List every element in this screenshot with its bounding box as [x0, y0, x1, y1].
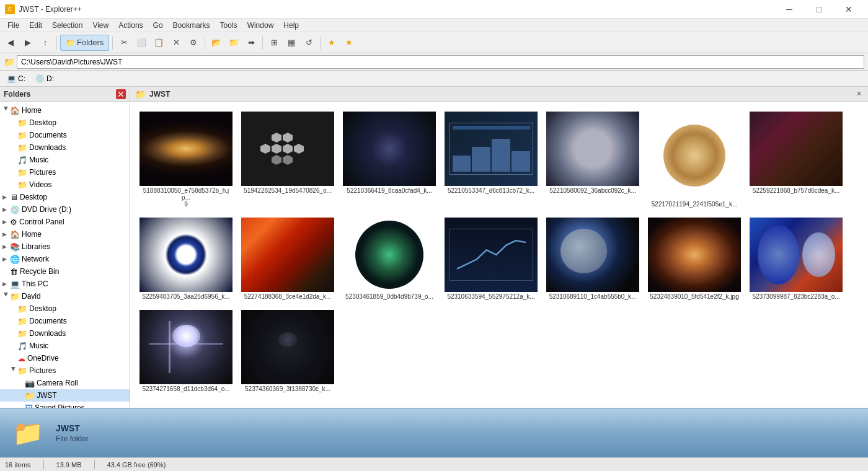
tree-item-home2[interactable]: ▶ 🏠 Home — [0, 228, 130, 240]
thumb-item-6[interactable]: 52217021194_2241f505e1_k... — [645, 108, 744, 211]
thumb-item-16[interactable]: 52374360369_3f1388730c_k... — [238, 306, 337, 396]
maximize-button[interactable]: □ — [805, 0, 833, 19]
thumb-item-13[interactable]: 52324839010_5fd541e2f2_k.jpg — [645, 214, 744, 304]
thumb-item-4[interactable]: 52210553347_d6c813cb72_k... — [441, 108, 541, 211]
bottom-divider-1 — [43, 460, 44, 469]
tree-item-dvd[interactable]: ▶ 💿 DVD Drive (D:) — [0, 203, 130, 216]
status-bar: 📁 JWST File folder — [0, 408, 868, 457]
status-folder-name: JWST — [56, 423, 89, 433]
menu-window[interactable]: Window — [242, 20, 279, 31]
tree-icon-dvd: 💿 — [10, 205, 20, 214]
tree-item-recycle[interactable]: 🗑 Recycle Bin — [0, 265, 130, 278]
forward-button[interactable]: ▶ — [20, 35, 36, 51]
address-input[interactable] — [17, 55, 864, 69]
cut-button[interactable]: ✂ — [116, 35, 132, 51]
tree-item-controlpanel[interactable]: ▶ ⚙ Control Panel — [0, 216, 130, 228]
thumb-item-11[interactable]: 52310633594_552975212a_k... — [441, 214, 541, 304]
tree-arrow-thispc: ▶ — [2, 281, 10, 287]
tree-item-downloads1[interactable]: 📁 Downloads — [0, 141, 130, 154]
view-thumbs-button[interactable]: ▦ — [283, 35, 299, 51]
refresh-button[interactable]: ↺ — [301, 35, 317, 51]
thumb-label-3: 52210366419_8caa0cfad4_k... — [343, 187, 436, 194]
drive-d[interactable]: 💿 D: — [32, 73, 57, 85]
thumb-item-9[interactable]: 52274188368_3ce4e1d2da_k... — [238, 214, 337, 304]
thumb-item-7[interactable]: 52259221868_b757d6cdea_k... — [746, 108, 846, 211]
tree-item-network[interactable]: ▶ 🌐 Network — [0, 253, 130, 265]
menu-tools[interactable]: Tools — [215, 20, 242, 31]
tree-item-libraries[interactable]: ▶ 📚 Libraries — [0, 240, 130, 253]
favorite2-button[interactable]: ★ — [341, 35, 357, 51]
view-grid-button[interactable]: ⊞ — [266, 35, 282, 51]
thumb-item-10[interactable]: 52303461859_0db4d9b739_o... — [340, 214, 439, 304]
tree-label-onedrive: OneDrive — [27, 354, 59, 363]
file-panel-close-button[interactable]: ✕ — [854, 90, 863, 99]
tree-item-desktop2[interactable]: ▶ 🖥 Desktop — [0, 191, 130, 203]
tree-item-music2[interactable]: 🎵 Music — [0, 340, 130, 352]
drive-c[interactable]: 💻 C: — [4, 73, 29, 85]
status-folder-icon: 📁 — [12, 418, 43, 447]
thumb-image-16 — [241, 310, 334, 384]
tree-item-thispc[interactable]: ▶ 💻 This PC — [0, 278, 130, 290]
thumb-item-1[interactable]: 51888310050_e758d5372b_h.jp...9 — [136, 108, 236, 211]
delete-button[interactable]: ✕ — [168, 35, 184, 51]
favorite1-button[interactable]: ★ — [324, 35, 340, 51]
thumb-item-12[interactable]: 52310689110_1c4ab555b0_k... — [543, 214, 642, 304]
folders-close-button[interactable]: ✕ — [116, 89, 126, 99]
thumb-item-15[interactable]: 52374271658_d11dcb3d64_o... — [136, 306, 236, 396]
paste-button[interactable]: 📋 — [151, 35, 167, 51]
tree-item-desktop1[interactable]: 📁 Desktop — [0, 117, 130, 129]
folders-panel: Folders ✕ ▶ 🏠 Home 📁 Desktop 📁 Documents — [0, 87, 130, 408]
tree-item-music1[interactable]: 🎵 Music — [0, 154, 130, 166]
copy-button[interactable]: ⬜ — [133, 35, 149, 51]
tree-item-desktop3[interactable]: 📁 Desktop — [0, 302, 130, 315]
up-button[interactable]: ↑ — [37, 35, 53, 51]
tree-item-cameraroll[interactable]: 📷 Camera Roll — [0, 377, 130, 389]
thumb-item-14[interactable]: 52373099987_823bc2283a_o... — [746, 214, 846, 304]
tree-item-pictures2[interactable]: ▶ 📁 Pictures — [0, 364, 130, 377]
folders-button[interactable]: 📁 Folders — [60, 35, 109, 51]
tree-item-jwst[interactable]: 📁 JWST — [0, 389, 130, 402]
properties-button[interactable]: ⚙ — [185, 35, 202, 51]
menu-file[interactable]: File — [2, 20, 24, 31]
tree-item-downloads2[interactable]: 📁 Downloads — [0, 327, 130, 340]
menu-view[interactable]: View — [87, 20, 113, 31]
tree-item-documents1[interactable]: 📁 Documents — [0, 129, 130, 141]
thumb-image-8 — [140, 218, 232, 292]
tree-icon-documents2: 📁 — [17, 317, 27, 326]
tree-item-pictures1[interactable]: 📁 Pictures — [0, 166, 130, 178]
menu-edit[interactable]: Edit — [24, 20, 47, 31]
open-button[interactable]: 📂 — [208, 35, 224, 51]
folders-title: Folders — [4, 90, 30, 99]
thumb-label-12: 52310689110_1c4ab555b0_k... — [546, 293, 639, 300]
tree-label-documents2: Documents — [29, 317, 67, 325]
app-title: JWST - Explorer++ — [19, 5, 82, 14]
thumb-item-5[interactable]: 52210580092_36abcc092c_k... — [543, 108, 642, 211]
tree-item-onedrive[interactable]: ☁ OneDrive — [0, 352, 130, 364]
menu-selection[interactable]: Selection — [47, 20, 87, 31]
menu-go[interactable]: Go — [148, 20, 168, 31]
tree-item-david[interactable]: ▶ 📁 David — [0, 290, 130, 302]
thumb-item-3[interactable]: 52210366419_8caa0cfad4_k... — [340, 108, 439, 211]
thumb-item-8[interactable]: 52259483705_3aa25d6956_k... — [136, 214, 236, 304]
new-folder-button[interactable]: 📁 — [226, 35, 242, 51]
separator-5 — [320, 36, 321, 50]
thumbnail-grid: 51888310050_e758d5372b_h.jp...9 51 — [130, 102, 868, 408]
menu-help[interactable]: Help — [278, 20, 304, 31]
minimize-button[interactable]: ─ — [775, 0, 804, 19]
tree-item-documents2[interactable]: 📁 Documents — [0, 315, 130, 327]
bottom-divider-2 — [94, 460, 95, 469]
tree-icon-cameraroll: 📷 — [25, 379, 35, 388]
close-button[interactable]: ✕ — [835, 0, 863, 19]
tree-label-downloads1: Downloads — [29, 143, 66, 152]
tree-item-savedpictures[interactable]: 🖼 Saved Pictures — [0, 402, 130, 408]
tree-item-videos1[interactable]: 📁 Videos — [0, 178, 130, 191]
back-button[interactable]: ◀ — [2, 35, 19, 51]
move-button[interactable]: ➡ — [243, 35, 259, 51]
tree-label-music1: Music — [29, 156, 48, 164]
menu-actions[interactable]: Actions — [113, 20, 148, 31]
tree-item-home[interactable]: ▶ 🏠 Home — [0, 104, 130, 117]
file-panel-title: 📁 JWST — [135, 89, 170, 99]
thumb-item-2[interactable]: 51942282534_19d5470826_o... — [238, 108, 337, 211]
menu-bookmarks[interactable]: Bookmarks — [168, 20, 215, 31]
drive-d-icon: 💿 — [35, 74, 45, 83]
